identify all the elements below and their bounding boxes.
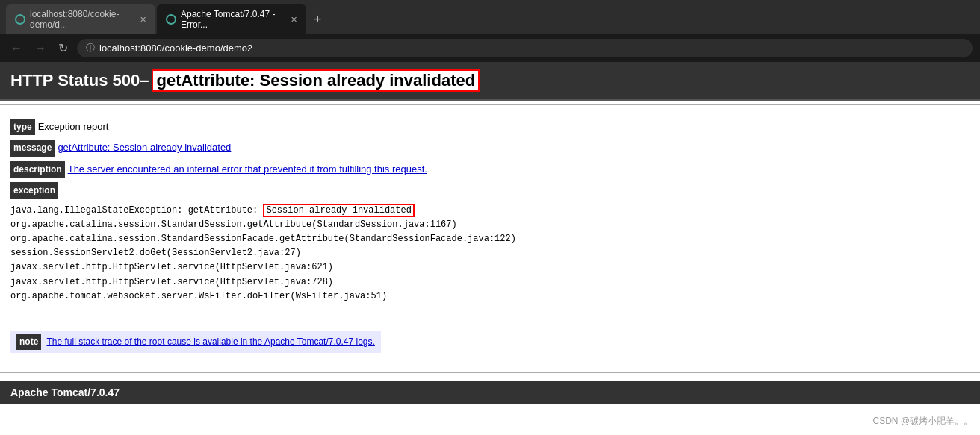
secure-icon: ⓘ xyxy=(86,42,95,54)
back-button[interactable]: ← xyxy=(7,40,25,57)
tab-bar: localhost:8080/cookie-demo/d... ✕ Apache… xyxy=(0,0,980,34)
footer-divider xyxy=(0,372,980,373)
browser-chrome: localhost:8080/cookie-demo/d... ✕ Apache… xyxy=(0,0,980,62)
status-code: HTTP Status 500 xyxy=(10,71,140,90)
description-label: description xyxy=(10,161,65,178)
tab-1-close[interactable]: ✕ xyxy=(140,15,146,25)
error-body: type Exception report message getAttribu… xyxy=(0,108,980,369)
exception-row: exception xyxy=(10,182,970,198)
stack-line-3: session.SessionServlet2.doGet(SessionSer… xyxy=(10,248,301,258)
note-value: The full stack trace of the root cause i… xyxy=(46,337,374,347)
type-value: Exception report xyxy=(38,119,109,135)
stack-line-6: org.apache.tomcat.websocket.server.WsFil… xyxy=(10,291,387,301)
forward-button[interactable]: → xyxy=(31,40,49,57)
message-value: getAttribute: Session already invalidate… xyxy=(58,140,231,156)
note-label: note xyxy=(16,334,41,350)
note-row: note The full stack trace of the root ca… xyxy=(10,325,970,359)
exception-label: exception xyxy=(10,182,58,198)
new-tab-button[interactable]: + xyxy=(308,9,328,31)
stack-line-4: javax.servlet.http.HttpServlet.service(H… xyxy=(10,262,333,272)
description-value: The server encountered an internal error… xyxy=(68,161,427,178)
stack-line-2: org.apache.catalina.session.StandardSess… xyxy=(10,234,516,244)
tab-2-close[interactable]: ✕ xyxy=(291,15,297,25)
tab-2-label: Apache Tomcat/7.0.47 - Error... xyxy=(181,9,283,30)
address-bar: ← → ↻ ⓘ localhost:8080/cookie-demo/demo2 xyxy=(0,34,980,62)
type-row: type Exception report xyxy=(10,119,970,135)
description-row: description The server encountered an in… xyxy=(10,161,970,178)
status-message-highlighted: getAttribute: Session already invalidate… xyxy=(152,69,480,92)
stack-trace: java.lang.IllegalStateException: getAttr… xyxy=(10,204,970,304)
type-label: type xyxy=(10,119,35,135)
tab-1[interactable]: localhost:8080/cookie-demo/d... ✕ xyxy=(6,4,155,34)
url-bar[interactable]: ⓘ localhost:8080/cookie-demo/demo2 xyxy=(77,39,973,57)
exception-highlighted: Session already invalidated xyxy=(263,204,414,217)
tab-2[interactable]: Apache Tomcat/7.0.47 - Error... ✕ xyxy=(157,4,306,34)
message-label: message xyxy=(10,140,55,156)
refresh-button[interactable]: ↻ xyxy=(55,40,71,57)
exception-line1: java.lang.IllegalStateException: getAttr… xyxy=(10,205,263,216)
url-text: localhost:8080/cookie-demo/demo2 xyxy=(99,43,252,54)
stack-line-5: javax.servlet.http.HttpServlet.service(H… xyxy=(10,277,333,287)
stack-line-1: org.apache.catalina.session.StandardSess… xyxy=(10,219,457,230)
tab-icon-1 xyxy=(15,14,25,25)
note-section: note The full stack trace of the root ca… xyxy=(10,331,381,353)
http-status-header: HTTP Status 500 – getAttribute: Session … xyxy=(0,62,980,101)
footer-text: Apache Tomcat/7.0.47 xyxy=(10,387,120,398)
status-dash: – xyxy=(140,71,149,90)
tab-icon-2 xyxy=(166,14,176,25)
tomcat-footer: Apache Tomcat/7.0.47 xyxy=(0,381,980,404)
header-divider xyxy=(0,104,980,105)
tab-1-label: localhost:8080/cookie-demo/d... xyxy=(30,9,132,30)
page-content: HTTP Status 500 – getAttribute: Session … xyxy=(0,62,980,404)
message-row: message getAttribute: Session already in… xyxy=(10,140,970,156)
